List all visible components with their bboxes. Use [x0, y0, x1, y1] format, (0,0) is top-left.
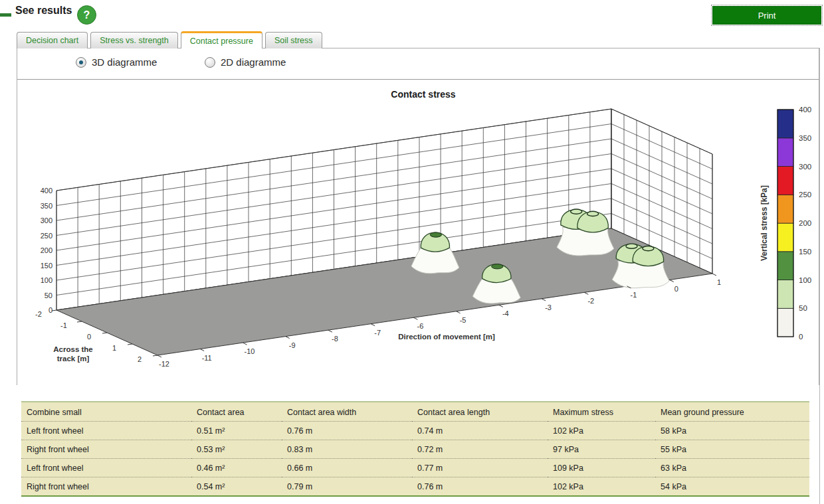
table-header-cell: Mean ground pressure	[655, 402, 809, 422]
table-cell: 0.54 m²	[191, 477, 282, 497]
diagram-type-options: 3D diagramme2D diagramme	[17, 48, 819, 79]
table-cell: 55 kPa	[655, 440, 809, 459]
svg-text:200: 200	[799, 219, 811, 227]
svg-text:-5: -5	[460, 316, 466, 324]
table-cell: 0.79 m	[282, 477, 412, 497]
svg-text:-11: -11	[202, 354, 212, 362]
table-cell: 63 kPa	[655, 459, 809, 477]
svg-text:-9: -9	[289, 341, 296, 349]
svg-text:350: 350	[41, 202, 52, 210]
svg-text:350: 350	[799, 134, 811, 142]
table-cell: 0.74 m	[412, 422, 548, 440]
table-header-cell: Maximum stress	[548, 402, 655, 422]
table-cell: 0.46 m²	[191, 459, 282, 477]
panel-right-border	[819, 48, 820, 504]
svg-text:-10: -10	[245, 347, 255, 355]
table-row: Right front wheel0.53 m²0.83 m0.72 m97 k…	[21, 440, 809, 459]
tab-soil-stress[interactable]: Soil stress	[265, 32, 322, 48]
table-cell: Right front wheel	[21, 477, 191, 497]
svg-text:300: 300	[799, 163, 811, 171]
radio-label: 2D diagramme	[221, 56, 286, 68]
table-cell: 97 kPa	[548, 440, 655, 459]
svg-text:400: 400	[799, 106, 811, 114]
table-cell: 0.76 m	[282, 422, 412, 440]
print-button[interactable]: Print	[712, 6, 821, 25]
table-cell: 0.83 m	[282, 440, 412, 459]
svg-text:1: 1	[717, 278, 721, 286]
table-row: Right front wheel0.54 m²0.79 m0.76 m102 …	[21, 477, 809, 497]
svg-text:150: 150	[799, 248, 811, 256]
table-cell: 0.76 m	[412, 477, 548, 497]
contact-pressure-panel: 3D diagramme2D diagramme -12-11-10-9-8-7…	[17, 48, 819, 385]
table-header-row: Combine smallContact areaContact area wi…	[21, 402, 809, 422]
svg-text:0: 0	[799, 333, 803, 341]
svg-text:-6: -6	[417, 322, 424, 330]
table-cell: 102 kPa	[548, 477, 655, 497]
radio-2d-diagramme[interactable]: 2D diagramme	[205, 56, 286, 68]
table-row: Left front wheel0.46 m²0.66 m0.77 m109 k…	[21, 459, 809, 477]
svg-text:-8: -8	[332, 335, 338, 343]
table-cell: 109 kPa	[548, 459, 655, 477]
table-row: Left front wheel0.51 m²0.76 m0.74 m102 k…	[21, 422, 809, 440]
table-header-cell: Contact area length	[412, 402, 548, 422]
section-collapse-dash	[0, 13, 11, 17]
svg-text:400: 400	[41, 187, 52, 195]
svg-text:300: 300	[41, 216, 52, 224]
svg-text:0: 0	[49, 306, 52, 314]
contact-pressure-table: Combine smallContact areaContact area wi…	[21, 401, 809, 497]
radio-dot[interactable]	[76, 57, 86, 68]
svg-text:50: 50	[45, 292, 52, 299]
contact-stress-3d-plot: -12-11-10-9-8-7-6-5-4-3-2-101-2-10120501…	[17, 80, 819, 385]
svg-text:250: 250	[41, 232, 52, 240]
radio-3d-diagramme[interactable]: 3D diagramme	[76, 56, 157, 68]
table-cell: 0.72 m	[412, 440, 548, 459]
svg-text:-1: -1	[60, 321, 67, 329]
colorbar: 050100150200250300350400Vertical stress …	[760, 106, 811, 341]
svg-text:250: 250	[799, 191, 811, 199]
svg-text:50: 50	[799, 304, 807, 312]
svg-text:150: 150	[41, 262, 52, 270]
svg-text:1: 1	[112, 344, 116, 352]
svg-text:-1: -1	[631, 291, 637, 299]
svg-text:-4: -4	[502, 309, 509, 317]
table-cell: 58 kPa	[655, 422, 809, 440]
svg-text:0: 0	[87, 333, 91, 341]
y-axis-title: track [m]	[57, 355, 90, 363]
svg-text:-7: -7	[374, 329, 381, 337]
colorbar-title: Vertical stress [kPa]	[760, 185, 769, 261]
help-icon[interactable]: ?	[77, 5, 96, 25]
radio-label: 3D diagramme	[92, 56, 157, 68]
table-header-cell: Combine small	[21, 402, 191, 422]
table-cell: 0.66 m	[282, 459, 412, 477]
x-axis-title: Direction of movement [m]	[398, 333, 495, 341]
table-cell: Left front wheel	[21, 422, 191, 440]
see-results-page: See results ? Print Decision chartStress…	[0, 0, 824, 504]
chart-region: -12-11-10-9-8-7-6-5-4-3-2-101-2-10120501…	[17, 79, 819, 385]
table-cell: 54 kPa	[655, 477, 809, 497]
table-cell: 102 kPa	[548, 422, 655, 440]
tab-bar: Decision chartStress vs. strengthContact…	[17, 32, 322, 48]
tab-decision-chart[interactable]: Decision chart	[17, 32, 88, 48]
svg-text:-12: -12	[159, 360, 169, 368]
chart-title: Contact stress	[391, 89, 455, 100]
svg-text:2: 2	[138, 355, 142, 363]
table-header-cell: Contact area width	[282, 402, 412, 422]
radio-dot[interactable]	[205, 57, 215, 68]
table-cell: 0.51 m²	[191, 422, 282, 440]
svg-text:-3: -3	[545, 303, 552, 311]
svg-text:100: 100	[799, 276, 811, 284]
svg-text:200: 200	[41, 246, 52, 254]
table-cell: Left front wheel	[21, 459, 191, 477]
tab-stress-vs-strength[interactable]: Stress vs. strength	[90, 32, 178, 48]
table-cell: 0.77 m	[412, 459, 548, 477]
svg-text:100: 100	[41, 276, 52, 284]
table-header-cell: Contact area	[191, 402, 282, 422]
svg-text:-2: -2	[587, 297, 594, 305]
table-cell: 0.53 m²	[191, 440, 282, 459]
tab-contact-pressure[interactable]: Contact pressure	[181, 31, 262, 48]
svg-text:0: 0	[674, 285, 678, 293]
y-axis-title: Across the	[53, 345, 92, 353]
table-cell: Right front wheel	[21, 440, 191, 459]
page-title: See results	[15, 5, 72, 17]
svg-text:-2: -2	[35, 310, 42, 318]
